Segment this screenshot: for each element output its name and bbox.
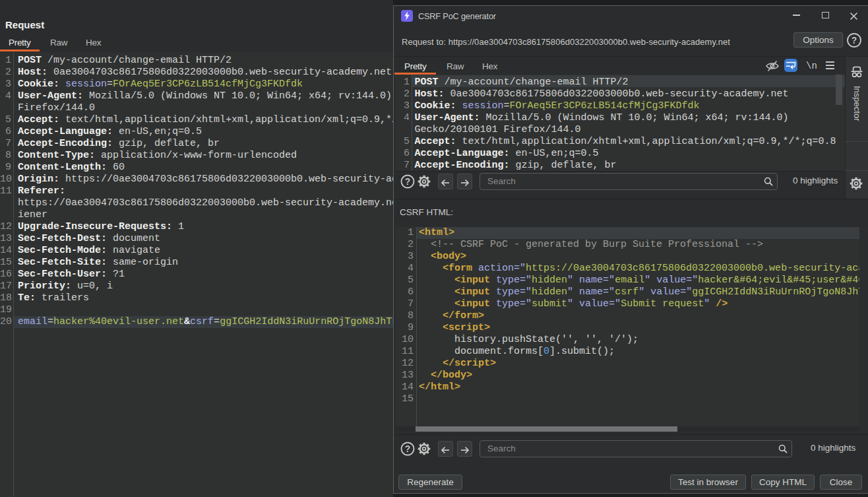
svg-text:?: ?: [852, 36, 857, 46]
svg-text:?: ?: [405, 177, 410, 187]
svg-text:?: ?: [405, 444, 410, 454]
